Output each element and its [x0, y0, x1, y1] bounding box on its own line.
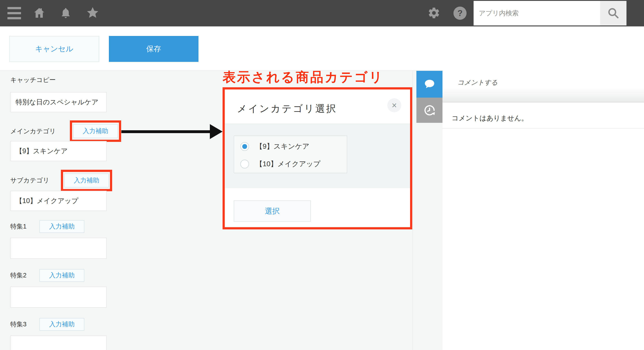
feature2-input[interactable]	[10, 287, 107, 308]
search-icon	[607, 7, 620, 20]
annotation-arrow-head-icon	[210, 124, 222, 139]
app-root: ? キャンセル 保存 キャッチコピー 特別な日のスペシャルケア メインカテゴリ …	[0, 0, 644, 350]
main-category-select-dialog: メインカテゴリ選択 × 【9】スキンケア 【10】メイクアップ 選択	[222, 87, 412, 229]
feature2-assist-button[interactable]: 入力補助	[40, 269, 84, 282]
annotation-red-box-main-category: 入力補助	[70, 120, 121, 142]
feature3-input[interactable]	[10, 335, 107, 350]
comment-panel-divider	[442, 128, 644, 128]
radio-option-skincare[interactable]: 【9】スキンケア	[234, 140, 347, 153]
search-button[interactable]	[600, 1, 626, 26]
dialog-title: メインカテゴリ選択	[237, 102, 337, 115]
save-button[interactable]: 保存	[109, 36, 198, 62]
select-button[interactable]: 選択	[234, 201, 311, 222]
dialog-footer: 選択	[225, 188, 410, 227]
comment-panel: コメントする コメントはありません。	[442, 70, 644, 350]
history-clock-icon	[423, 103, 436, 117]
annotation-arrow-line	[121, 130, 210, 133]
feature1-assist-button[interactable]: 入力補助	[40, 220, 84, 233]
comments-empty-message: コメントはありません。	[452, 114, 528, 123]
feature3-assist-button[interactable]: 入力補助	[40, 318, 84, 331]
radio-option-makeup[interactable]: 【10】メイクアップ	[234, 157, 347, 170]
gear-icon[interactable]	[428, 7, 440, 20]
annotation-red-box-sub-category: 入力補助	[61, 170, 112, 191]
field-label-sub-category: サブカテゴリ	[10, 176, 49, 185]
field-label-feature1: 特集1	[10, 222, 26, 231]
star-icon[interactable]	[86, 6, 100, 20]
dialog-body: 【9】スキンケア 【10】メイクアップ	[225, 124, 410, 188]
comment-compose-strip[interactable]: コメントする	[442, 70, 644, 102]
close-icon[interactable]: ×	[387, 98, 401, 112]
speech-bubble-icon	[423, 77, 436, 91]
radio-unselected-icon[interactable]	[240, 160, 249, 168]
main-category-assist-button[interactable]: 入力補助	[73, 124, 118, 138]
catchcopy-input[interactable]: 特別な日のスペシャルケア	[10, 92, 107, 112]
main-category-value: 【9】スキンケア	[16, 146, 68, 156]
catchcopy-value: 特別な日のスペシャルケア	[16, 98, 98, 107]
radio-option-label: 【9】スキンケア	[256, 142, 310, 151]
cancel-button[interactable]: キャンセル	[9, 36, 99, 62]
help-icon[interactable]: ?	[454, 7, 466, 20]
sub-category-value: 【10】メイクアップ	[16, 196, 78, 206]
home-icon[interactable]	[33, 7, 46, 20]
action-band: キャンセル 保存	[0, 26, 644, 70]
field-label-catchcopy: キャッチコピー	[10, 75, 56, 84]
hamburger-menu-icon[interactable]	[8, 7, 21, 19]
comment-compose-label: コメントする	[457, 78, 498, 87]
category-radio-group: 【9】スキンケア 【10】メイクアップ	[234, 135, 347, 173]
radio-selected-icon[interactable]	[240, 142, 249, 151]
content-right-divider	[412, 70, 413, 350]
field-label-feature2: 特集2	[10, 271, 26, 280]
sub-category-input[interactable]: 【10】メイクアップ	[10, 191, 107, 211]
sub-category-assist-button[interactable]: 入力補助	[64, 173, 109, 188]
main-category-input[interactable]: 【9】スキンケア	[10, 141, 107, 161]
bell-icon[interactable]	[60, 7, 72, 20]
field-label-main-category: メインカテゴリ	[10, 127, 56, 135]
radio-option-label: 【10】メイクアップ	[256, 159, 320, 169]
search-input[interactable]	[474, 1, 600, 26]
field-label-feature3: 特集3	[10, 320, 26, 328]
annotation-heading: 表示される商品カテゴリ	[222, 68, 384, 86]
help-glyph: ?	[457, 9, 462, 18]
comments-tab[interactable]	[416, 71, 442, 98]
top-toolbar: ?	[0, 0, 644, 26]
history-tab[interactable]	[416, 98, 442, 123]
dialog-header: メインカテゴリ選択 ×	[225, 89, 410, 124]
feature1-input[interactable]	[10, 238, 107, 259]
